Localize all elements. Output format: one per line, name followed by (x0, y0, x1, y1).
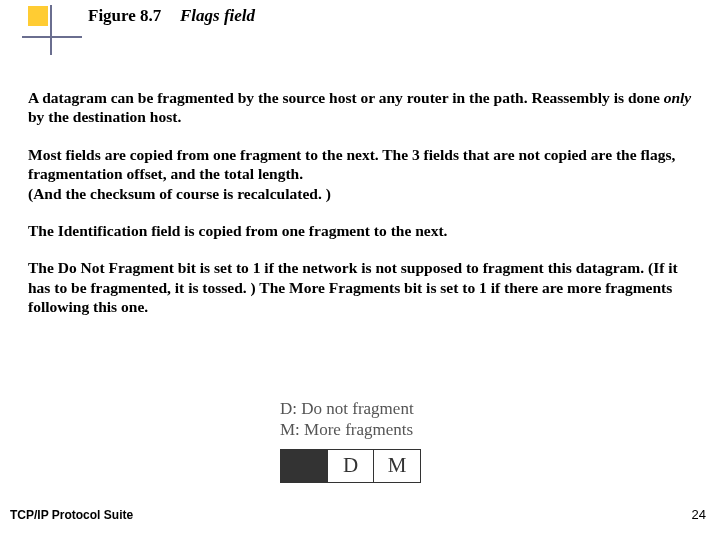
figure-title: Flags field (180, 6, 255, 26)
flags-legend-d: D: Do not fragment (280, 398, 470, 419)
header-accent-block (28, 6, 48, 26)
p1-part-b: by the destination host. (28, 108, 181, 125)
paragraph-copied-fields: Most fields are copied from one fragment… (28, 145, 692, 203)
flags-reserved-bit (281, 450, 328, 482)
slide-body: A datagram can be fragmented by the sour… (0, 88, 720, 316)
flags-legend-m: M: More fragments (280, 419, 470, 440)
header-vertical-rule (50, 5, 52, 55)
footer-title: TCP/IP Protocol Suite (10, 508, 133, 522)
flags-figure: D: Do not fragment M: More fragments D M (280, 398, 470, 483)
header-horizontal-rule (22, 36, 82, 38)
paragraph-do-not-fragment: The Do Not Fragment bit is set to 1 if t… (28, 258, 692, 316)
page-number: 24 (692, 507, 706, 522)
slide-header: Figure 8.7 Flags field (0, 0, 720, 60)
figure-number: Figure 8.7 (88, 6, 161, 26)
flags-bit-boxes: D M (280, 449, 421, 483)
paragraph-identification: The Identification field is copied from … (28, 221, 692, 240)
paragraph-fragmentation: A datagram can be fragmented by the sour… (28, 88, 692, 127)
flags-m-bit: M (374, 450, 420, 482)
p1-only-word: only (664, 89, 692, 106)
p1-part-a: A datagram can be fragmented by the sour… (28, 89, 664, 106)
flags-d-bit: D (328, 450, 375, 482)
